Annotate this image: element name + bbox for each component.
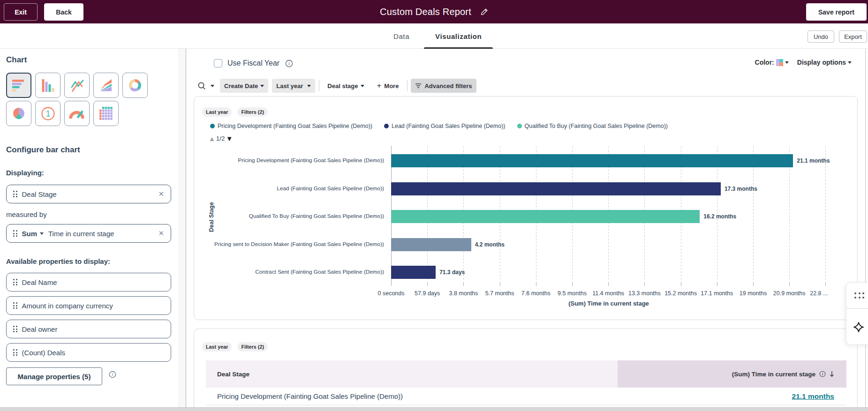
value-link[interactable]: 21.1 months xyxy=(792,392,834,401)
chevron-down-icon xyxy=(307,85,311,87)
title-wrap: Custom Deals Report xyxy=(0,0,868,23)
date-range-filter[interactable]: Last year xyxy=(272,79,315,93)
column-header-deal-stage[interactable]: Deal Stage xyxy=(206,360,618,388)
chart-type-horizontal-bar-button[interactable] xyxy=(6,73,31,98)
manage-properties-button[interactable]: Manage properties (5) xyxy=(6,367,102,385)
drag-handle-icon[interactable] xyxy=(13,349,17,356)
property-label: Deal owner xyxy=(22,325,58,333)
property-field[interactable]: (Count) Deals xyxy=(6,343,171,362)
y-category-label: Pricing sent to Decision Maker (Fainting… xyxy=(187,241,384,247)
deal-stage-filter[interactable]: Deal stage xyxy=(327,82,364,90)
chart-type-gauge-button[interactable] xyxy=(64,101,90,126)
advanced-filters-button[interactable]: Advanced filters xyxy=(411,79,476,93)
chart-heading: Chart xyxy=(6,55,27,65)
floating-tools-panel xyxy=(846,282,868,345)
displaying-field-label: Deal Stage xyxy=(22,190,57,198)
edit-pencil-icon[interactable] xyxy=(481,8,488,15)
column-header-time-in-stage[interactable]: (Sum) Time in current stage i xyxy=(618,360,846,388)
tab-data[interactable]: Data xyxy=(382,23,421,49)
svg-text:i: i xyxy=(822,372,823,376)
create-date-label: Create Date xyxy=(224,82,258,90)
gridline xyxy=(825,147,826,283)
y-category-label: Contract Sent (Fainting Goat Sales Pipel… xyxy=(187,269,384,275)
chart-type-table-button[interactable] xyxy=(93,101,119,126)
divider xyxy=(846,308,868,309)
filter-bar: Create Date Last year Deal stage + More … xyxy=(197,79,476,93)
measure-field-label: Time in current stage xyxy=(48,230,114,238)
chevron-down-icon xyxy=(361,85,364,87)
drag-handle-icon[interactable] xyxy=(13,279,17,285)
chart-type-line-button[interactable] xyxy=(64,73,90,98)
bar-value-label: 71.3 days xyxy=(439,269,465,276)
bar[interactable] xyxy=(391,154,793,167)
info-icon[interactable]: i xyxy=(109,371,116,378)
property-field[interactable]: Deal Name xyxy=(6,273,171,291)
display-options-dropdown[interactable]: Display options xyxy=(797,59,846,66)
drag-handle-icon[interactable] xyxy=(13,302,17,309)
export-button[interactable]: Export xyxy=(839,30,867,43)
ai-sparkle-icon[interactable] xyxy=(853,322,864,332)
property-label: (Count) Deals xyxy=(22,349,66,357)
info-icon[interactable]: i xyxy=(819,371,826,377)
bar-value-label: 17.3 months xyxy=(725,186,757,192)
undo-button[interactable]: Undo xyxy=(808,30,834,43)
tick-mark xyxy=(717,283,717,286)
chart-type-donut-button[interactable] xyxy=(122,73,148,98)
bar[interactable] xyxy=(391,266,436,279)
data-table: Deal Stage (Sum) Time in current stage i… xyxy=(206,360,846,411)
bar[interactable] xyxy=(391,210,700,223)
chevron-down-icon xyxy=(40,232,44,235)
chevron-down-icon xyxy=(848,61,852,64)
remove-icon[interactable]: ✕ xyxy=(158,190,164,198)
displaying-field[interactable]: Deal Stage ✕ xyxy=(6,185,171,203)
drag-handle-icon[interactable] xyxy=(13,326,17,332)
info-icon[interactable]: i xyxy=(285,60,293,67)
y-category-label: Pricing Development (Fainting Goat Sales… xyxy=(187,157,384,164)
aggregation-dropdown[interactable]: Sum xyxy=(22,230,38,238)
use-fiscal-year-checkbox[interactable] xyxy=(214,59,222,67)
sidebar-scrollbar[interactable] xyxy=(179,49,186,407)
table-card-tags: Last yearFilters (2) xyxy=(202,342,268,351)
chart-type-column-button[interactable] xyxy=(35,73,60,98)
create-date-filter[interactable]: Create Date xyxy=(220,79,268,93)
chart-type-pie-button[interactable] xyxy=(6,101,31,126)
remove-icon[interactable]: ✕ xyxy=(158,229,164,238)
bar[interactable] xyxy=(391,238,471,251)
bar-value-label: 21.1 months xyxy=(797,157,830,164)
y-category-label: Qualified To Buy (Fainting Goat Sales Pi… xyxy=(187,213,384,219)
bar-chart-plot: (Sum) Time in current stage Deal Stage 0… xyxy=(194,97,858,321)
x-tick-label: 22.8 ... xyxy=(798,290,840,297)
available-heading: Available properties to display: xyxy=(6,257,110,265)
measure-field[interactable]: Sum Time in current stage ✕ xyxy=(6,224,171,243)
date-range-label: Last year xyxy=(276,82,303,90)
exit-button[interactable]: Exit xyxy=(4,3,38,21)
drag-handle-icon[interactable] xyxy=(13,230,17,237)
vertical-scrollbar[interactable] xyxy=(865,49,868,407)
chart-type-single-value-button[interactable]: 1 xyxy=(35,101,60,126)
cell-deal-stage: Pricing Development (Fainting Goat Sales… xyxy=(206,388,618,405)
divider xyxy=(407,80,408,91)
column-header-label: (Sum) Time in current stage xyxy=(732,371,815,378)
search-icon[interactable] xyxy=(197,82,206,90)
fiscal-year-row: Use Fiscal Year i xyxy=(214,59,293,67)
tick-mark xyxy=(681,283,681,286)
tab-visualization[interactable]: Visualization xyxy=(424,23,493,49)
drag-grip-icon[interactable] xyxy=(854,292,864,299)
chart-type-area-button[interactable] xyxy=(93,73,119,98)
property-field[interactable]: Deal owner xyxy=(6,320,171,338)
chevron-down-icon[interactable] xyxy=(211,85,214,87)
bar[interactable] xyxy=(391,182,721,195)
tick-mark xyxy=(463,283,464,286)
horizontal-scrollbar[interactable] xyxy=(0,407,868,411)
property-label: Amount in company currency xyxy=(22,302,113,310)
more-filters-button[interactable]: + More xyxy=(377,81,399,90)
cell-time-in-stage: 21.1 months xyxy=(618,388,846,405)
drag-handle-icon[interactable] xyxy=(13,191,17,197)
filter-tag: Last year xyxy=(202,342,232,351)
back-button[interactable]: Back xyxy=(44,3,83,21)
save-report-button[interactable]: Save report xyxy=(806,3,867,21)
property-field[interactable]: Amount in company currency xyxy=(6,296,171,315)
use-fiscal-year-label: Use Fiscal Year xyxy=(227,59,279,67)
tick-mark xyxy=(753,283,754,286)
color-palette-swatch[interactable] xyxy=(776,59,783,66)
